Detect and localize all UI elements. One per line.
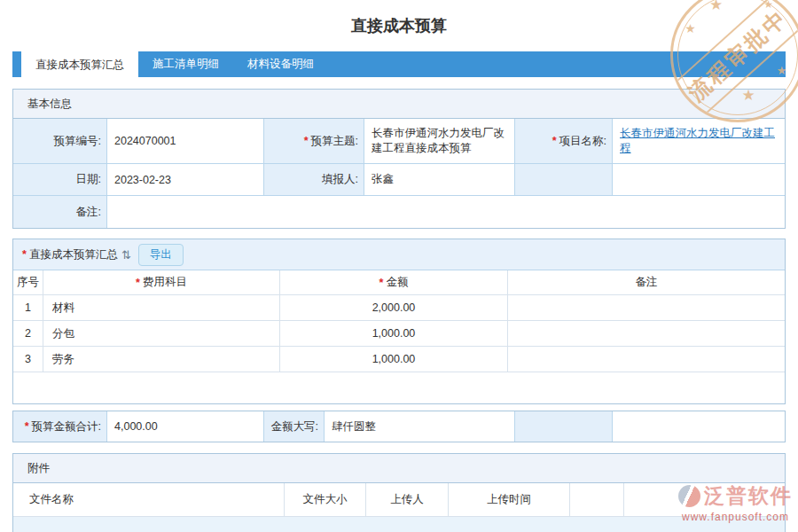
budget-subject-label: *预算主题: (264, 119, 364, 164)
row-remark (508, 321, 785, 347)
required-mark: * (22, 248, 27, 261)
summary-section-title: 直接成本预算汇总 (29, 247, 118, 262)
col-header-no: 序号 (13, 270, 43, 295)
budget-no-value: 2024070001 (107, 119, 264, 164)
tab-construction-list-detail[interactable]: 施工清单明细 (138, 51, 233, 77)
row-no: 1 (13, 295, 43, 321)
row-amount: 1,000.00 (280, 321, 508, 347)
total-amount-label: *预算金额合计: (13, 411, 107, 442)
col-header-uploader: 上传人 (366, 483, 449, 517)
basic-info-section-title: 基本信息 (13, 90, 785, 119)
summary-header-row: 序号 *费用科目 *金额 备注 (13, 270, 785, 295)
basic-info-row-1: 预算编号: 2024070001 *预算主题: 长春市伊通河水力发电厂改建工程直… (13, 119, 785, 164)
summary-toolbar: * 直接成本预算汇总 ⇅ 导出 (13, 239, 785, 270)
tab-bar: 直接成本预算汇总 施工清单明细 材料设备明细 (12, 51, 786, 77)
summary-empty-area (13, 372, 785, 403)
col-header-file-size: 文件大小 (285, 483, 366, 517)
row-no: 2 (13, 321, 43, 347)
required-mark: * (552, 135, 557, 147)
attachments-section-title: 附件 (13, 454, 785, 483)
page-title: 直接成本预算 (0, 0, 798, 39)
summary-section: * 直接成本预算汇总 ⇅ 导出 序号 *费用科目 *金额 备注 1 材料 2,0… (12, 239, 786, 404)
attachments-empty-area (13, 517, 785, 532)
empty-label-cell (515, 411, 613, 442)
total-amount-value: 4,000.00 (107, 411, 264, 442)
project-name-cell: 长春市伊通河水力发电厂改建工程 (613, 119, 785, 164)
table-row: 3 劳务 1,000.00 (13, 347, 785, 372)
col-header-empty (570, 483, 624, 517)
table-row: 2 分包 1,000.00 (13, 321, 785, 347)
reporter-value: 张鑫 (364, 164, 515, 196)
totals-row: *预算金额合计: 4,000.00 金额大写: 肆仟圆整 (12, 411, 786, 442)
project-name-label: *项目名称: (515, 119, 613, 164)
budget-subject-value: 长春市伊通河水力发电厂改建工程直接成本预算 (364, 119, 515, 164)
sort-icon[interactable]: ⇅ (121, 248, 131, 262)
tab-direct-cost-summary[interactable]: 直接成本预算汇总 (21, 51, 138, 82)
col-header-remark: 备注 (508, 270, 785, 295)
remark-label: 备注: (13, 196, 107, 228)
attachments-section: 附件 文件名称 文件大小 上传人 上传时间 (12, 453, 786, 532)
col-header-file-name: 文件名称 (13, 483, 285, 517)
row-amount: 2,000.00 (280, 295, 508, 321)
remark-value (107, 196, 785, 228)
empty-value-cell (613, 411, 785, 442)
project-name-link[interactable]: 长春市伊通河水力发电厂改建工程 (620, 126, 779, 156)
budget-no-label: 预算编号: (13, 119, 107, 164)
row-amount: 1,000.00 (280, 347, 508, 372)
basic-info-row-3: 备注: (13, 196, 785, 228)
amount-in-words-value: 肆仟圆整 (325, 411, 515, 442)
row-subject: 分包 (43, 321, 280, 347)
table-row: 1 材料 2,000.00 (13, 295, 785, 321)
attachments-header-row: 文件名称 文件大小 上传人 上传时间 (13, 483, 785, 517)
required-mark: * (304, 135, 309, 147)
reporter-label: 填报人: (264, 164, 364, 196)
col-header-subject: *费用科目 (43, 270, 280, 295)
row-remark (508, 347, 785, 372)
col-header-upload-time: 上传时间 (449, 483, 570, 517)
empty-label-cell (515, 164, 613, 196)
row-remark (508, 295, 785, 321)
required-mark: * (136, 277, 140, 289)
empty-value-cell (613, 164, 785, 196)
col-header-empty (624, 483, 785, 517)
row-subject: 劳务 (43, 347, 280, 372)
export-button[interactable]: 导出 (138, 244, 184, 266)
required-mark: * (379, 277, 384, 289)
date-label: 日期: (13, 164, 107, 196)
basic-info-row-2: 日期: 2023-02-23 填报人: 张鑫 (13, 164, 785, 196)
row-no: 3 (13, 347, 43, 372)
required-mark: * (25, 420, 29, 433)
row-subject: 材料 (43, 295, 280, 321)
col-header-amount: *金额 (280, 270, 508, 295)
date-value: 2023-02-23 (107, 164, 264, 196)
amount-in-words-label: 金额大写: (264, 411, 325, 442)
basic-info-section: 基本信息 预算编号: 2024070001 *预算主题: 长春市伊通河水力发电厂… (12, 89, 786, 229)
tab-material-equipment-detail[interactable]: 材料设备明细 (233, 51, 328, 77)
